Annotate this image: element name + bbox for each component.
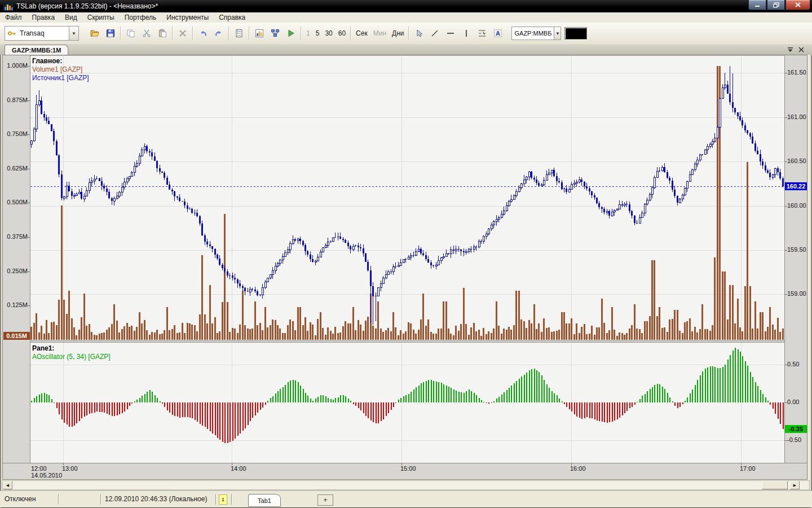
time-axis-label: 17:00 <box>740 465 756 472</box>
copy-icon <box>126 29 135 38</box>
oscillator-pane[interactable]: Pane1: AOscillator (5, 34) [GAZP] <box>30 343 784 463</box>
price-axis-tick <box>785 73 787 73</box>
current-ao-label: -0.35 <box>785 425 807 433</box>
volume-axis-label: 0.250M <box>7 268 28 275</box>
cut-button[interactable] <box>139 26 155 41</box>
floppy-icon <box>106 29 115 38</box>
time-axis-tick <box>741 463 742 465</box>
redo-icon <box>214 29 223 38</box>
menu-file[interactable]: Файл <box>0 13 27 22</box>
log-badge[interactable]: 1 <box>219 494 227 505</box>
statusbar-separator <box>231 494 232 505</box>
time-axis-label: 15:00 <box>400 465 416 472</box>
status-bar: Отключен 12.09.2010 20:46:33 (Локальное)… <box>0 491 812 507</box>
toolbar-separator <box>120 27 121 40</box>
hline-tool-button[interactable] <box>443 26 458 41</box>
close-tab-icon[interactable] <box>797 46 805 53</box>
collapse-panels-icon[interactable] <box>786 46 794 53</box>
scroll-right-button[interactable]: ▶ <box>790 481 800 489</box>
bar-chart-icon <box>255 29 264 38</box>
restore-button[interactable] <box>767 0 785 10</box>
close-button[interactable] <box>785 0 810 10</box>
price-axis-label: 160.00 <box>787 202 806 209</box>
run-button[interactable] <box>283 26 299 41</box>
time-axis-label: 14:00 <box>231 465 246 472</box>
timeframe-60-button[interactable]: 60 <box>336 29 348 37</box>
chart-hscrollbar[interactable]: ◀ ▶ <box>2 480 810 490</box>
pointer-tool-button[interactable] <box>411 26 427 41</box>
scroll-left-button[interactable]: ◀ <box>3 481 12 489</box>
legend-ao-series[interactable]: AOscillator (5, 34) [GAZP] <box>32 353 111 361</box>
legend-title: Pane1: <box>32 344 111 353</box>
tab-gazp-mmvb-1m[interactable]: GAZP:ММВБ:1M <box>5 45 68 55</box>
menu-edit[interactable]: Правка <box>27 13 60 22</box>
statusbar-separator <box>58 494 59 505</box>
connection-name: Transaq <box>16 29 69 37</box>
vline-tool-button[interactable] <box>458 26 474 41</box>
menu-scripts[interactable]: Скрипты <box>82 13 120 22</box>
schema-nodes-icon <box>271 29 280 38</box>
time-axis-label: 13:00 <box>62 465 78 472</box>
minimize-button[interactable] <box>748 0 766 10</box>
trendline-icon <box>430 29 439 38</box>
price-axis-tick <box>785 206 787 207</box>
unit-days-button[interactable]: Дни <box>389 29 407 37</box>
menu-bar: Файл Правка Вид Скрипты Портфель Инструм… <box>0 12 812 23</box>
volume-axis-tick <box>28 66 30 67</box>
menu-portfolio[interactable]: Портфель <box>120 13 162 22</box>
script-properties-button[interactable] <box>231 26 247 41</box>
save-button[interactable] <box>103 26 118 41</box>
toolbar-separator <box>228 27 230 40</box>
open-button[interactable] <box>87 26 103 41</box>
volume-axis-label: 0.750M <box>7 130 28 138</box>
cursor-icon <box>414 29 423 38</box>
menu-tools[interactable]: Инструменты <box>161 13 214 22</box>
timeframe-5-button[interactable]: 5 <box>313 29 323 37</box>
add-workspace-tab-button[interactable]: + <box>317 494 333 506</box>
price-axis-tick <box>785 117 787 118</box>
legend-source-series[interactable]: Источник1 [GAZP] <box>32 74 89 82</box>
clipboard-icon <box>158 29 167 38</box>
legend-volume-series[interactable]: Volume1 [GAZP] <box>32 65 89 74</box>
price-pane[interactable]: Главное: Volume1 [GAZP] Источник1 [GAZP] <box>30 55 784 340</box>
fibo-tool-button[interactable] <box>474 26 490 41</box>
undo-icon <box>198 29 208 38</box>
scroll-thumb[interactable] <box>762 481 788 489</box>
chart-button[interactable] <box>251 26 267 41</box>
price-axis-label: 161.50 <box>787 69 806 76</box>
price-axis-tick <box>785 250 787 251</box>
tslab-window: TSLab (версия 1.1.9.25:32bit) - <Неназва… <box>0 0 812 508</box>
instrument-combo[interactable]: GAZP:ММВБ ▼ <box>511 27 561 40</box>
volume-axis-tick <box>28 169 30 169</box>
undo-button[interactable] <box>195 26 211 41</box>
time-axis-tick <box>571 463 572 465</box>
volume-axis-label: 1.000M <box>7 62 28 69</box>
color-swatch-button[interactable] <box>564 27 587 40</box>
schema-button[interactable] <box>267 26 283 41</box>
trendline-tool-button[interactable] <box>427 26 443 41</box>
time-axis-label: 16:00 <box>570 465 586 472</box>
legend-title: Главное: <box>32 57 89 65</box>
current-volume-label: 0.015M <box>3 332 30 340</box>
volume-axis-label: 0.375M <box>7 233 28 240</box>
main-pane-legend: Главное: Volume1 [GAZP] Источник1 [GAZP] <box>32 57 89 82</box>
vertical-line-icon <box>462 29 471 38</box>
timeframe-30-button[interactable]: 30 <box>322 29 335 37</box>
instrument-dropdown-icon[interactable]: ▼ <box>554 27 561 40</box>
unit-minutes-button[interactable]: Мин <box>370 29 389 37</box>
connection-dropdown-icon[interactable]: ▼ <box>69 27 78 40</box>
paste-button[interactable] <box>155 26 170 41</box>
play-icon <box>286 29 295 38</box>
menu-view[interactable]: Вид <box>60 13 82 22</box>
delete-button[interactable] <box>175 26 191 41</box>
toolbar-separator <box>301 27 302 40</box>
copy-button[interactable] <box>123 26 139 41</box>
timeframe-1-button[interactable]: 1 <box>303 29 313 37</box>
fibo-lines-icon <box>478 29 487 38</box>
connection-combo[interactable]: Transaq ▼ <box>5 26 79 41</box>
workspace-tab1[interactable]: Tab1 <box>248 494 281 507</box>
menu-help[interactable]: Справка <box>214 13 250 22</box>
unit-seconds-button[interactable]: Сек <box>353 29 370 37</box>
redo-button[interactable] <box>211 26 227 41</box>
text-tool-button[interactable]: A <box>490 26 506 41</box>
